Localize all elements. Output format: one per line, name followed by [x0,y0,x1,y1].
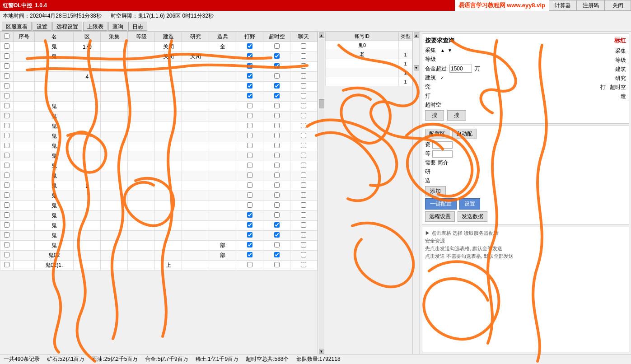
chat-checkbox[interactable] [301,93,306,98]
auto-config-button[interactable]: 自动配 [452,129,477,139]
fight-checkbox[interactable] [247,63,252,69]
row-checkbox[interactable] [4,93,9,98]
space-checkbox[interactable] [274,242,280,247]
fight-checkbox[interactable] [247,143,252,148]
fight-checkbox[interactable] [247,192,252,198]
chat-checkbox[interactable] [301,113,306,118]
chat-checkbox[interactable] [301,173,306,178]
row-checkbox[interactable] [4,103,9,108]
row-checkbox[interactable] [4,192,9,198]
row-checkbox[interactable] [4,212,9,218]
fight-checkbox[interactable] [247,252,252,257]
space-checkbox[interactable] [274,182,280,188]
row-checkbox[interactable] [4,232,9,238]
space-checkbox[interactable] [274,123,280,128]
calculator-button[interactable]: 计算器 [549,0,577,11]
fight-checkbox[interactable] [247,123,252,128]
zone-config-button[interactable]: 配置区 [425,129,449,139]
add-button[interactable]: 添加 [425,186,446,196]
chat-checkbox[interactable] [301,232,306,238]
space-checkbox[interactable] [274,63,280,69]
fight-checkbox[interactable] [247,222,252,228]
fight-checkbox[interactable] [247,83,252,89]
row-checkbox[interactable] [4,173,9,178]
row-checkbox[interactable] [4,143,9,148]
account-table-scroll[interactable]: 账号ID 类型 鬼0老1111 [325,32,412,354]
row-checkbox[interactable] [4,73,9,79]
chat-checkbox[interactable] [301,83,306,89]
space-checkbox[interactable] [274,173,280,178]
chat-checkbox[interactable] [301,163,306,168]
chat-checkbox[interactable] [301,192,306,198]
chat-checkbox[interactable] [301,153,306,158]
row-checkbox[interactable] [4,123,9,128]
row-checkbox[interactable] [4,153,9,158]
space-checkbox[interactable] [274,143,280,148]
chat-checkbox[interactable] [301,202,306,208]
fight-checkbox[interactable] [247,212,252,218]
send-data-btn[interactable]: 发送数据 [458,211,487,222]
chat-checkbox[interactable] [301,43,306,49]
space-checkbox[interactable] [274,83,280,89]
row-checkbox[interactable] [4,43,9,49]
row-checkbox[interactable] [4,182,9,188]
row-checkbox[interactable] [4,53,9,59]
space-checkbox[interactable] [274,163,280,168]
settings-config-button[interactable]: 设置 [459,198,480,210]
row-checkbox[interactable] [4,133,9,138]
account-scrollbar[interactable]: ▲ ▼ [412,32,420,354]
chat-checkbox[interactable] [301,252,306,257]
data-table-scroll[interactable]: 序号 名 区 采集 等级 建造 研究 造兵 打野 超时空 聊天 [0,32,318,354]
row-checkbox[interactable] [4,252,9,257]
fight-checkbox[interactable] [247,182,252,188]
fight-checkbox[interactable] [247,173,252,178]
zone-view-button[interactable]: 区服查看 [2,22,32,31]
chat-checkbox[interactable] [301,222,306,228]
space-checkbox[interactable] [274,222,280,228]
fight-checkbox[interactable] [247,133,252,138]
log-button[interactable]: 日志 [128,22,147,31]
allgold-input[interactable] [449,65,472,73]
row-checkbox[interactable] [4,63,9,69]
settings-button[interactable]: 设置 [33,22,51,31]
troops-input[interactable] [432,150,453,158]
one-config-button[interactable]: 一键配置 [425,198,457,210]
space-checkbox[interactable] [274,153,280,158]
space-checkbox[interactable] [274,252,280,257]
search-button2[interactable]: 搜 [447,110,466,121]
space-checkbox[interactable] [274,73,280,79]
chat-checkbox[interactable] [301,182,306,188]
space-checkbox[interactable] [274,232,280,238]
chat-checkbox[interactable] [301,143,306,148]
fight-checkbox[interactable] [247,93,252,98]
v-scrollbar[interactable]: ▲ ▼ [318,32,325,354]
fight-checkbox[interactable] [247,43,252,49]
fight-checkbox[interactable] [247,153,252,158]
space-checkbox[interactable] [274,103,280,108]
resource-input[interactable] [432,141,453,149]
fight-checkbox[interactable] [247,202,252,208]
row-checkbox[interactable] [4,222,9,228]
select-all-checkbox[interactable] [4,33,9,39]
fight-checkbox[interactable] [247,242,252,247]
search-button[interactable]: 搜 [425,110,444,121]
space-checkbox[interactable] [274,43,280,49]
fight-checkbox[interactable] [247,73,252,79]
chat-checkbox[interactable] [301,53,306,59]
remote-settings-button[interactable]: 远程设置 [52,22,82,31]
space-checkbox[interactable] [274,113,280,118]
row-checkbox[interactable] [4,163,9,168]
row-checkbox[interactable] [4,242,9,247]
upper-limit-button[interactable]: 上限表 [83,22,108,31]
query-button[interactable]: 查询 [108,22,127,31]
space-checkbox[interactable] [274,212,280,218]
chat-checkbox[interactable] [301,73,306,79]
chat-checkbox[interactable] [301,262,306,267]
row-checkbox[interactable] [4,262,9,267]
space-checkbox[interactable] [274,202,280,208]
fight-checkbox[interactable] [247,262,252,267]
fight-checkbox[interactable] [247,163,252,168]
row-checkbox[interactable] [4,202,9,208]
close-button[interactable]: 关闭 [605,0,631,11]
space-checkbox[interactable] [274,192,280,198]
